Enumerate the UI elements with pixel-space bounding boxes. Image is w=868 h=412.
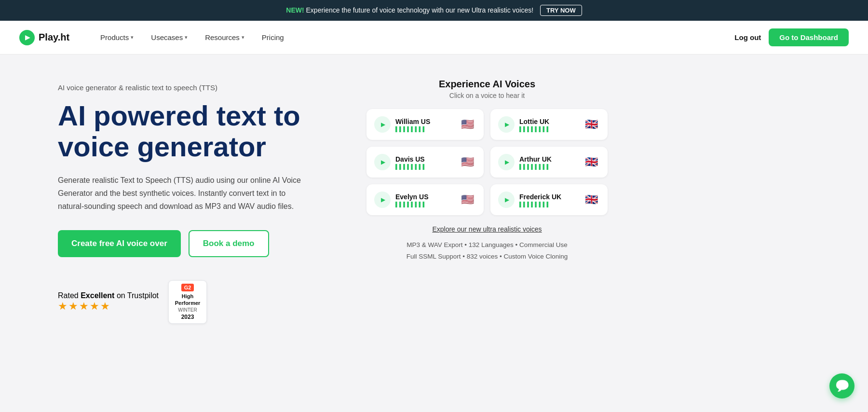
voice-card-evelyn[interactable]: Evelyn US ▌▌▌▌▌▌▌▌ 🇺🇸 <box>366 184 484 215</box>
rated-label: Rated <box>58 291 79 300</box>
play-icon[interactable] <box>498 154 515 170</box>
rated-platform: on Trustpilot <box>117 291 159 300</box>
logo-icon <box>19 30 35 45</box>
nav-links: Products ▾ Usecases ▾ Resources ▾ Pricin… <box>94 29 734 45</box>
logo[interactable]: Play.ht <box>19 30 69 45</box>
play-icon[interactable] <box>498 192 515 208</box>
cta-buttons: Create free AI voice over Book a demo <box>58 230 338 257</box>
voice-info: Davis US ▌▌▌▌▌▌▌▌ <box>395 155 454 169</box>
voice-name: William US <box>395 118 454 125</box>
chevron-down-icon: ▾ <box>185 34 188 41</box>
chevron-down-icon: ▾ <box>131 34 134 41</box>
features-row-2: Full SSML Support • 832 voices • Custom … <box>366 251 608 262</box>
nav-products[interactable]: Products ▾ <box>94 29 140 45</box>
voice-name: Davis US <box>395 155 454 163</box>
explore-voices-link[interactable]: Explore our new ultra realistic voices <box>432 225 542 233</box>
voice-flag: 🇬🇧 <box>583 116 600 133</box>
play-icon[interactable] <box>498 116 515 133</box>
play-icon[interactable] <box>374 116 391 133</box>
voice-name: Evelyn US <box>395 193 454 201</box>
g2-year: 2023 <box>181 314 194 320</box>
logout-button[interactable]: Log out <box>734 33 761 41</box>
main-content: AI voice generator & realistic text to s… <box>0 55 868 412</box>
trust-section: Rated Excellent on Trustpilot ★★★★★ G2 H… <box>58 280 338 324</box>
voice-flag: 🇺🇸 <box>459 153 476 171</box>
voice-card-lottie[interactable]: Lottie UK ▌▌▌▌▌▌▌▌ 🇬🇧 <box>490 109 608 140</box>
navbar: Play.ht Products ▾ Usecases ▾ Resources … <box>0 21 868 55</box>
nav-resources-label: Resources <box>205 33 240 41</box>
banner-new-label: NEW! <box>286 6 304 14</box>
voice-card-davis[interactable]: Davis US ▌▌▌▌▌▌▌▌ 🇺🇸 <box>366 147 484 178</box>
voice-waveform: ▌▌▌▌▌▌▌▌ <box>519 202 578 207</box>
voice-info: Frederick UK ▌▌▌▌▌▌▌▌ <box>519 193 578 207</box>
voice-waveform: ▌▌▌▌▌▌▌▌ <box>395 126 454 132</box>
voice-card-william[interactable]: William US ▌▌▌▌▌▌▌▌ 🇺🇸 <box>366 109 484 140</box>
nav-pricing[interactable]: Pricing <box>255 29 291 45</box>
nav-pricing-label: Pricing <box>262 33 284 41</box>
trustpilot-rating: Rated Excellent on Trustpilot ★★★★★ <box>58 291 159 313</box>
voice-name: Arthur UK <box>519 155 578 163</box>
voices-subtitle: Click on a voice to hear it <box>366 92 608 99</box>
nav-products-label: Products <box>100 33 129 41</box>
dashboard-button[interactable]: Go to Dashboard <box>769 28 849 46</box>
play-icon[interactable] <box>374 192 391 208</box>
features-row-1: MP3 & WAV Export • 132 Languages • Comme… <box>366 239 608 251</box>
voice-info: Lottie UK ▌▌▌▌▌▌▌▌ <box>519 118 578 132</box>
banner-text: Experience the future of voice technolog… <box>306 6 534 14</box>
g2-badge: G2 High Performer WINTER 2023 <box>168 280 207 324</box>
voices-section: Experience AI Voices Click on a voice to… <box>366 74 608 394</box>
chevron-down-icon: ▾ <box>242 34 244 41</box>
hero-title: AI powered text to voice generator <box>58 100 338 162</box>
voices-title: Experience AI Voices <box>366 79 608 90</box>
voice-info: William US ▌▌▌▌▌▌▌▌ <box>395 118 454 132</box>
nav-usecases-label: Usecases <box>151 33 183 41</box>
voice-card-arthur[interactable]: Arthur UK ▌▌▌▌▌▌▌▌ 🇬🇧 <box>490 147 608 178</box>
voice-flag: 🇺🇸 <box>459 116 476 133</box>
voice-flag: 🇬🇧 <box>583 153 600 171</box>
g2-performer: High Performer <box>173 293 203 306</box>
voice-flag: 🇺🇸 <box>459 191 476 208</box>
voice-info: Arthur UK ▌▌▌▌▌▌▌▌ <box>519 155 578 169</box>
g2-label: G2 <box>181 284 194 291</box>
voice-waveform: ▌▌▌▌▌▌▌▌ <box>519 126 578 132</box>
nav-resources[interactable]: Resources ▾ <box>198 29 251 45</box>
announcement-banner: NEW! Experience the future of voice tech… <box>0 0 868 21</box>
book-demo-button[interactable]: Book a demo <box>189 230 269 257</box>
features-list: MP3 & WAV Export • 132 Languages • Comme… <box>366 239 608 263</box>
hero-subtitle: AI voice generator & realistic text to s… <box>58 83 338 92</box>
voice-name: Lottie UK <box>519 118 578 125</box>
voice-card-frederick[interactable]: Frederick UK ▌▌▌▌▌▌▌▌ 🇬🇧 <box>490 184 608 215</box>
play-icon[interactable] <box>374 154 391 170</box>
voice-waveform: ▌▌▌▌▌▌▌▌ <box>519 164 578 169</box>
voice-waveform: ▌▌▌▌▌▌▌▌ <box>395 164 454 169</box>
voice-waveform: ▌▌▌▌▌▌▌▌ <box>395 202 454 207</box>
star-rating: ★★★★★ <box>58 300 159 313</box>
rated-text: Rated Excellent on Trustpilot <box>58 291 159 300</box>
nav-usecases[interactable]: Usecases ▾ <box>144 29 194 45</box>
g2-season: WINTER <box>178 307 197 313</box>
banner-cta-button[interactable]: TRY NOW <box>540 5 582 16</box>
chat-bubble-button[interactable] <box>829 373 854 398</box>
hero-section: AI voice generator & realistic text to s… <box>58 74 338 394</box>
voices-header: Experience AI Voices Click on a voice to… <box>366 79 608 99</box>
voice-info: Evelyn US ▌▌▌▌▌▌▌▌ <box>395 193 454 207</box>
hero-description: Generate realistic Text to Speech (TTS) … <box>58 174 309 213</box>
rated-quality: Excellent <box>81 291 114 300</box>
voices-grid: William US ▌▌▌▌▌▌▌▌ 🇺🇸 Lottie UK ▌▌▌▌▌▌▌… <box>366 109 608 215</box>
logo-text: Play.ht <box>39 32 69 43</box>
create-voiceover-button[interactable]: Create free AI voice over <box>58 230 181 257</box>
voice-flag: 🇬🇧 <box>583 191 600 208</box>
explore-link[interactable]: Explore our new ultra realistic voices <box>366 225 608 233</box>
nav-right: Log out Go to Dashboard <box>734 28 849 46</box>
voice-name: Frederick UK <box>519 193 578 201</box>
